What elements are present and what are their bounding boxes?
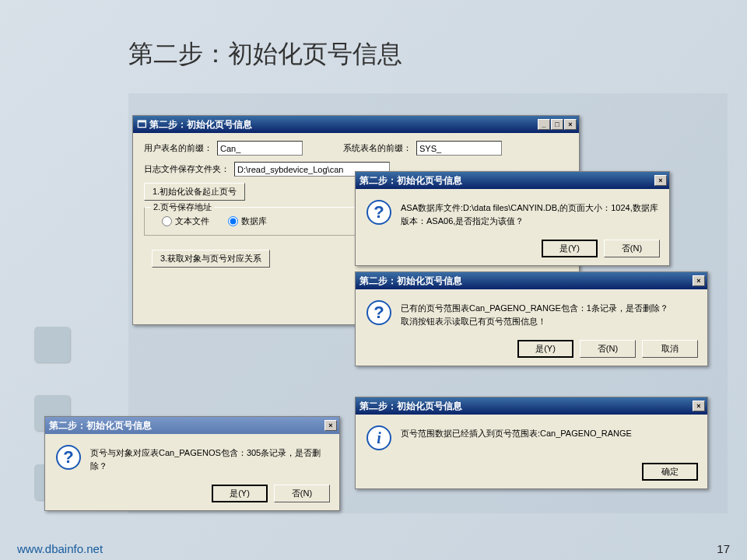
maximize-button[interactable]: □ <box>551 119 563 130</box>
log-folder-label: 日志文件保存文件夹： <box>144 163 230 175</box>
no-button[interactable]: 否(N) <box>274 485 330 502</box>
close-button[interactable]: × <box>654 175 667 186</box>
dialog-message: 已有的页号范围表Can_PAGENO_RANGE包含：1条记录，是否删除？ 取消… <box>401 300 668 327</box>
dialog-title: 第二步：初始化页号信息 <box>359 275 693 288</box>
dialog-pagenos-delete: 第二步：初始化页号信息 × ? 页号与对象对应表Can_PAGENOS包含：30… <box>44 416 340 511</box>
minimize-button[interactable]: _ <box>538 119 550 130</box>
title-bar: 第二步：初始化页号信息 × <box>356 272 707 289</box>
dialog-message-line1: 已有的页号范围表Can_PAGENO_RANGE包含：1条记录，是否删除？ <box>401 302 668 315</box>
question-icon: ? <box>366 200 391 225</box>
window-title: 第二步：初始化页号信息 <box>149 118 538 131</box>
deco-square <box>34 327 70 362</box>
slide-footer: www.dbainfo.net 17 <box>0 537 747 560</box>
sys-prefix-label: 系统表名的前缀： <box>343 142 412 154</box>
page-number: 17 <box>717 542 730 555</box>
radio-database-input[interactable] <box>228 216 238 226</box>
title-bar: 第二步：初始化页号信息 × <box>356 397 707 415</box>
cancel-button[interactable]: 取消 <box>642 340 698 358</box>
dialog-message: ASA数据库文件:D:\data files\CANYIN.DB,的页面大小：1… <box>401 200 658 227</box>
radio-database-label: 数据库 <box>241 215 267 227</box>
yes-button[interactable]: 是(Y) <box>542 240 598 257</box>
init-device-button[interactable]: 1.初始化设备起止页号 <box>144 183 245 201</box>
dialog-range-delete: 第二步：初始化页号信息 × ? 已有的页号范围表Can_PAGENO_RANGE… <box>355 271 708 366</box>
close-button[interactable]: × <box>693 275 705 286</box>
dialog-message-line2: 取消按钮表示读取已有页号范围信息！ <box>401 315 668 328</box>
radio-text-file-input[interactable] <box>162 216 172 226</box>
radio-text-file[interactable]: 文本文件 <box>162 215 209 227</box>
user-prefix-label: 用户表名的前缀： <box>144 142 212 154</box>
get-relation-button[interactable]: 3.获取对象与页号对应关系 <box>152 250 270 268</box>
app-icon: 🗔 <box>137 119 146 130</box>
footer-url: www.dbainfo.net <box>17 542 103 555</box>
title-bar: 🗔 第二步：初始化页号信息 _ □ × <box>133 116 579 133</box>
dialog-message: 页号范围数据已经插入到页号范围表:Can_PAGENO_RANGE <box>401 425 632 450</box>
dialog-title: 第二步：初始化页号信息 <box>359 174 654 187</box>
dialog-title: 第二步：初始化页号信息 <box>359 400 693 413</box>
info-icon: i <box>366 425 391 450</box>
dialog-message: 页号与对象对应表Can_PAGENOS包含：305条记录，是否删除？ <box>90 445 328 472</box>
dialog-title: 第二步：初始化页号信息 <box>49 419 324 432</box>
title-bar: 第二步：初始化页号信息 × <box>45 417 339 434</box>
close-button[interactable]: × <box>564 119 577 130</box>
yes-button[interactable]: 是(Y) <box>212 485 268 502</box>
no-button[interactable]: 否(N) <box>604 240 660 257</box>
title-bar: 第二步：初始化页号信息 × <box>356 172 669 189</box>
slide-title: 第二步：初始化页号信息 <box>128 37 402 72</box>
dialog-insert-done: 第二步：初始化页号信息 × i 页号范围数据已经插入到页号范围表:Can_PAG… <box>355 397 708 489</box>
no-button[interactable]: 否(N) <box>580 340 636 358</box>
sys-prefix-input[interactable] <box>416 141 502 156</box>
yes-button[interactable]: 是(Y) <box>517 340 573 358</box>
radio-text-file-label: 文本文件 <box>175 215 209 227</box>
user-prefix-input[interactable] <box>217 141 303 156</box>
radio-database[interactable]: 数据库 <box>228 215 267 227</box>
question-icon: ? <box>56 445 81 470</box>
close-button[interactable]: × <box>693 401 705 411</box>
ok-button[interactable]: 确定 <box>642 463 698 481</box>
close-button[interactable]: × <box>324 420 337 431</box>
question-icon: ? <box>366 300 391 325</box>
dialog-asa-confirm: 第二步：初始化页号信息 × ? ASA数据库文件:D:\data files\C… <box>355 171 670 266</box>
